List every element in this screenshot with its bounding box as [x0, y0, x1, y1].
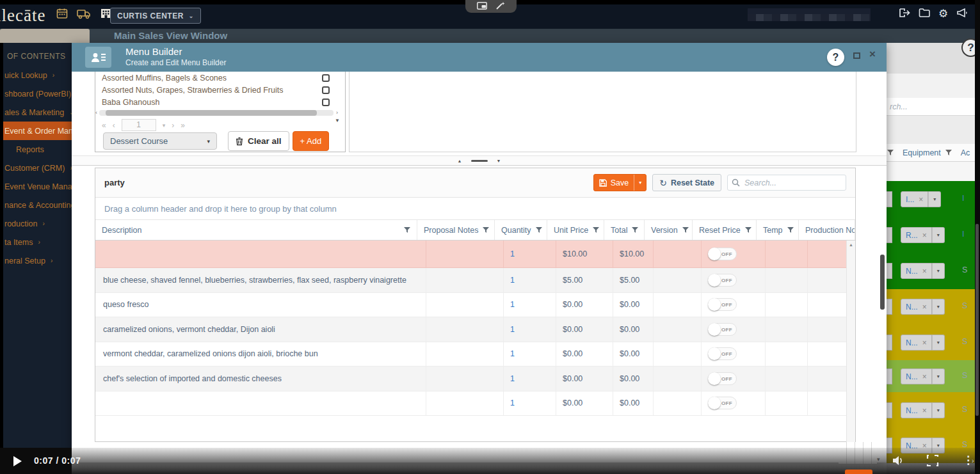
column-header[interactable]: Version — [645, 220, 693, 240]
filter-icon[interactable] — [682, 227, 689, 233]
filter-icon[interactable] — [632, 227, 638, 233]
picker-item-checkbox[interactable] — [322, 86, 330, 94]
last-page-button[interactable]: » — [181, 121, 185, 130]
sidebar-item[interactable]: roduction› — [3, 214, 72, 233]
filter-icon[interactable] — [887, 150, 894, 155]
scroll-up-icon[interactable]: ▲ — [849, 242, 853, 247]
equipment-dropdown-chip[interactable]: N...×▾ — [901, 335, 945, 351]
total-cell[interactable]: $10.00 — [613, 241, 654, 267]
version-cell[interactable] — [654, 293, 702, 317]
total-cell[interactable]: $5.00 — [613, 268, 654, 292]
column-header[interactable]: Total — [604, 220, 645, 240]
modal-scrollbar-thumb[interactable] — [880, 255, 885, 310]
sidebar-item[interactable]: Reports — [3, 140, 72, 159]
chip-caret-icon[interactable]: ▾ — [928, 191, 941, 207]
table-row[interactable]: queso fresco1$0.00$0.00OFF — [95, 293, 855, 318]
total-cell[interactable]: $0.00 — [613, 367, 654, 391]
scroll-left-icon[interactable]: ‹ — [95, 109, 97, 116]
quantity-cell[interactable]: 1 — [504, 317, 556, 342]
sign-out-icon[interactable] — [899, 8, 910, 20]
description-cell[interactable] — [95, 241, 426, 267]
description-cell[interactable]: queso fresco — [95, 293, 426, 317]
reset-price-toggle[interactable]: OFF — [708, 274, 737, 287]
sidebar-item[interactable]: ta Items› — [3, 233, 72, 251]
version-cell[interactable] — [654, 342, 702, 367]
table-row[interactable]: 1$10.00$10.00OFF — [95, 241, 855, 268]
equipment-dropdown-chip[interactable]: I...×▾ — [901, 191, 941, 207]
remove-icon[interactable]: × — [922, 303, 927, 312]
table-row[interactable]: caramelized onions, vermont cheddar, Dij… — [95, 317, 855, 342]
sidebar-item[interactable]: neral Setup› — [3, 251, 72, 270]
remove-icon[interactable]: × — [922, 406, 927, 415]
reset-price-toggle[interactable]: OFF — [708, 248, 737, 260]
description-cell[interactable]: chef's selection of imported and domesti… — [95, 367, 426, 391]
sidebar-item[interactable]: nance & Accounting — [3, 196, 72, 214]
description-cell[interactable] — [95, 391, 426, 416]
grid-search-input[interactable] — [743, 178, 842, 188]
filter-icon[interactable] — [483, 227, 489, 233]
gear-icon[interactable]: ⚙ — [938, 7, 948, 20]
version-cell[interactable] — [654, 391, 702, 416]
equipment-dropdown-chip[interactable]: R...×▾ — [901, 227, 945, 243]
scroll-down-icon[interactable]: ▼ — [335, 118, 340, 123]
next-page-button[interactable]: › — [172, 121, 174, 130]
table-row[interactable]: blue cheese, shaved fennel, blueberries,… — [95, 268, 855, 293]
reset-price-cell[interactable]: OFF — [702, 241, 766, 267]
filter-icon[interactable] — [404, 227, 410, 233]
reset-price-toggle[interactable]: OFF — [708, 298, 737, 311]
table-row[interactable]: vermont cheddar, caramelized onions dijo… — [95, 342, 855, 367]
reset-price-cell[interactable]: OFF — [702, 391, 766, 416]
unit-price-cell[interactable]: $0.00 — [556, 342, 613, 367]
sidebar-item[interactable]: uick Lookup› — [3, 66, 72, 84]
total-cell[interactable]: $0.00 — [613, 317, 654, 342]
close-button[interactable]: × — [869, 48, 876, 61]
reset-price-cell[interactable]: OFF — [702, 317, 766, 342]
proposal-notes-cell[interactable] — [426, 391, 504, 416]
equipment-dropdown-chip[interactable]: N...×▾ — [901, 299, 945, 315]
reset-price-cell[interactable]: OFF — [702, 342, 766, 367]
version-cell[interactable] — [654, 317, 702, 342]
unit-price-cell[interactable]: $0.00 — [556, 367, 613, 391]
column-header[interactable]: Reset Price — [693, 220, 757, 240]
unit-price-cell[interactable]: $10.00 — [556, 241, 613, 267]
clear-all-button[interactable]: Clear all — [228, 131, 289, 151]
unit-price-cell[interactable]: $0.00 — [556, 391, 613, 416]
collapse-down-icon[interactable]: ▼ — [497, 159, 501, 163]
play-icon[interactable] — [13, 456, 22, 466]
column-header[interactable]: Description — [95, 220, 417, 240]
equipment-column-header[interactable]: Equipment — [903, 148, 941, 157]
description-cell[interactable]: vermont cheddar, caramelized onions dijo… — [95, 342, 426, 367]
first-page-button[interactable]: « — [102, 121, 106, 130]
remove-icon[interactable]: × — [919, 195, 923, 204]
filter-icon[interactable] — [593, 227, 599, 233]
chip-caret-icon[interactable]: ▾ — [932, 227, 945, 243]
total-cell[interactable]: $0.00 — [613, 293, 654, 317]
column-header[interactable]: Temp — [757, 220, 799, 240]
magic-wand-icon[interactable] — [496, 1, 506, 12]
reset-price-toggle[interactable]: OFF — [708, 323, 737, 336]
next-frame-icon[interactable]: › — [972, 457, 974, 464]
megaphone-icon[interactable] — [956, 8, 968, 20]
chip-caret-icon[interactable]: ▾ — [932, 368, 945, 384]
remove-icon[interactable]: × — [922, 267, 927, 276]
reset-price-toggle[interactable]: OFF — [708, 347, 737, 360]
proposal-notes-cell[interactable] — [426, 317, 504, 342]
proposal-notes-cell[interactable] — [426, 268, 504, 292]
add-button[interactable]: + Add — [293, 131, 330, 151]
column-header[interactable]: Proposal Notes — [417, 220, 495, 240]
scroll-right-icon[interactable]: › — [336, 109, 338, 116]
collapse-up-icon[interactable]: ▲ — [458, 159, 462, 163]
proposal-notes-cell[interactable] — [426, 293, 504, 317]
quantity-cell[interactable]: 1 — [504, 391, 556, 416]
chip-caret-icon[interactable]: ▾ — [932, 299, 945, 315]
action-column-header[interactable]: Ac — [961, 148, 970, 157]
sidebar-item[interactable]: Event Venue Manage — [3, 177, 72, 196]
equipment-dropdown-chip[interactable]: N...×▾ — [901, 402, 945, 418]
description-cell[interactable]: blue cheese, shaved fennel, blueberries,… — [95, 268, 426, 292]
quantity-cell[interactable]: 1 — [504, 268, 556, 292]
reset-price-toggle[interactable]: OFF — [708, 397, 737, 409]
remove-icon[interactable]: × — [922, 338, 927, 347]
quantity-cell[interactable]: 1 — [504, 241, 556, 267]
partial-orange-button[interactable] — [845, 470, 872, 474]
column-header[interactable]: Unit Price — [547, 220, 604, 240]
